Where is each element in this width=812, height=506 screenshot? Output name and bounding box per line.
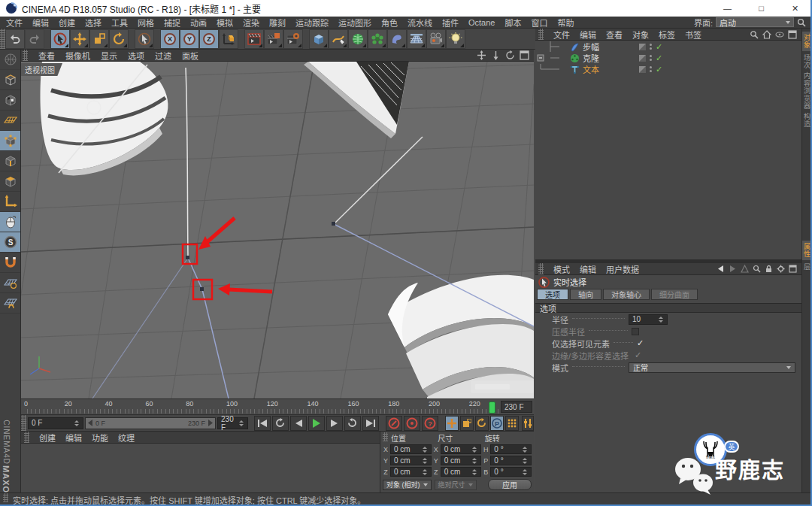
preview-range-slider[interactable]: 0 F 230 F <box>85 417 216 429</box>
key-rotation-toggle[interactable] <box>475 416 489 431</box>
maximize-button[interactable]: □ <box>744 0 778 17</box>
object-menu-edit[interactable]: 编辑 <box>580 29 596 41</box>
menu-character[interactable]: 角色 <box>381 17 398 29</box>
timeline-playhead[interactable] <box>489 401 495 414</box>
tab-options[interactable]: 选项 <box>537 289 568 300</box>
lock-x-axis-button[interactable]: X <box>160 29 180 49</box>
compare-icon[interactable] <box>741 265 749 273</box>
next-frame-button[interactable] <box>326 416 343 431</box>
polygons-mode-button[interactable] <box>0 171 20 192</box>
layer-swatch[interactable] <box>639 66 646 73</box>
apply-button[interactable]: 应用 <box>488 479 532 490</box>
menu-tools[interactable]: 工具 <box>111 17 128 29</box>
viewport-zoom-icon[interactable] <box>491 50 501 60</box>
layer-swatch[interactable] <box>639 55 646 62</box>
lock-z-axis-button[interactable]: Z <box>199 29 219 49</box>
layer-swatch[interactable] <box>639 44 646 50</box>
add-camera-button[interactable] <box>426 29 446 49</box>
viewport-label[interactable]: 透视视图 <box>21 63 62 76</box>
object-name[interactable]: 步幅 <box>583 41 599 53</box>
size-x-field[interactable]: 0 cm <box>441 444 482 454</box>
am-search-icon[interactable] <box>753 265 761 273</box>
rot-h-field[interactable]: 0 ° <box>490 444 532 454</box>
viewport-menu-view[interactable]: 查看 <box>38 50 55 62</box>
om-filter-icon[interactable] <box>775 30 784 39</box>
magnet-snap-button[interactable] <box>0 253 20 273</box>
end-frame-spinner[interactable]: 230 F <box>217 417 248 429</box>
menu-create[interactable]: 创建 <box>59 17 75 29</box>
coordinate-system-button[interactable] <box>219 29 238 49</box>
workplane-mode-button[interactable] <box>0 111 20 131</box>
size-z-field[interactable]: 0 cm <box>441 467 482 477</box>
lock-icon[interactable] <box>765 265 773 273</box>
render-picture-viewer-button[interactable] <box>264 29 283 49</box>
rot-b-field[interactable]: 0 ° <box>490 467 532 477</box>
material-menu-grip[interactable] <box>24 432 29 443</box>
rot-p-field[interactable]: 0 ° <box>490 456 532 465</box>
timeline-ruler[interactable]: 020406080100120140160180200220 230 F <box>21 398 534 414</box>
pos-x-field[interactable]: 0 cm <box>390 444 432 454</box>
viewport-rotate-icon[interactable] <box>505 50 515 60</box>
menu-octane[interactable]: Octane <box>468 18 495 27</box>
perspective-viewport[interactable]: 透视视图 <box>21 62 534 398</box>
enable-snap-button[interactable]: S <box>0 232 20 253</box>
om-home-icon[interactable] <box>762 30 771 39</box>
viewport-pan-icon[interactable] <box>477 50 486 60</box>
add-spline-button[interactable] <box>329 29 348 49</box>
menu-help[interactable]: 帮助 <box>557 17 574 29</box>
pressure-radius-checkbox[interactable] <box>632 328 639 335</box>
history-back-icon[interactable] <box>717 265 725 273</box>
menu-render[interactable]: 渲染 <box>243 17 259 29</box>
menu-select[interactable]: 选择 <box>85 17 102 29</box>
locked-workplane-button[interactable] <box>0 293 20 314</box>
object-name-selected[interactable]: 文本 <box>583 63 599 75</box>
attribute-menu-userdata[interactable]: 用户数据 <box>606 263 639 275</box>
menu-motion-tracker[interactable]: 运动跟踪 <box>295 17 329 29</box>
menu-plugins[interactable]: 插件 <box>442 17 459 29</box>
material-menu-edit[interactable]: 编辑 <box>65 432 82 444</box>
menu-window[interactable]: 窗口 <box>531 17 547 29</box>
tab-falloff[interactable]: 轴向 <box>570 289 601 300</box>
viewport-solo-button[interactable] <box>0 212 20 232</box>
workplane-snap-button[interactable] <box>0 273 20 293</box>
gear-icon[interactable] <box>777 265 785 273</box>
key-pla-toggle[interactable] <box>505 416 519 431</box>
rotate-tool[interactable] <box>109 29 129 49</box>
lock-y-axis-button[interactable]: Y <box>180 29 199 49</box>
menu-file[interactable]: 文件 <box>6 17 23 29</box>
menu-pipeline[interactable]: 流水线 <box>408 17 432 29</box>
visible-only-check-icon[interactable]: ✓ <box>637 338 644 348</box>
range-left-arrow-icon[interactable] <box>88 420 93 426</box>
key-scale-toggle[interactable] <box>460 416 474 431</box>
menu-snap[interactable]: 捕捉 <box>164 17 180 29</box>
menu-simulate[interactable]: 模拟 <box>217 17 233 29</box>
minimize-button[interactable]: — <box>710 0 744 17</box>
radius-spinner[interactable]: 10 <box>629 314 668 325</box>
menu-mesh[interactable]: 网格 <box>138 17 154 29</box>
coordinate-mode-dropdown[interactable]: 对象 (相对) <box>383 480 432 490</box>
object-name[interactable]: 克隆 <box>583 52 599 64</box>
om-panel-icon[interactable] <box>788 30 797 39</box>
interface-dropdown[interactable]: 启动 <box>716 17 794 27</box>
add-floor-button[interactable] <box>407 29 426 49</box>
pos-y-field[interactable]: 0 cm <box>390 456 432 465</box>
play-button[interactable] <box>308 416 325 431</box>
render-view-button[interactable] <box>244 29 264 49</box>
enabled-check-icon[interactable]: ✓ <box>656 53 662 63</box>
autokey-button[interactable] <box>404 416 420 431</box>
scale-tool[interactable] <box>89 29 109 49</box>
material-menu-function[interactable]: 功能 <box>92 432 108 444</box>
undo-button[interactable] <box>5 29 25 49</box>
move-tool[interactable] <box>70 29 89 49</box>
pos-z-field[interactable]: 0 cm <box>390 467 432 477</box>
keyframe-selection-button[interactable]: ? <box>422 416 438 431</box>
previous-frame-button[interactable] <box>290 416 307 431</box>
object-menu-object[interactable]: 对象 <box>632 29 649 41</box>
tree-expander[interactable] <box>535 53 570 63</box>
goto-start-button[interactable] <box>254 416 271 431</box>
viewport-menu-options[interactable]: 选项 <box>128 50 144 62</box>
next-key-button[interactable] <box>344 416 361 431</box>
object-menu-grip[interactable] <box>538 29 544 40</box>
edges-mode-button[interactable] <box>0 151 20 171</box>
texture-mode-button[interactable] <box>0 90 20 111</box>
